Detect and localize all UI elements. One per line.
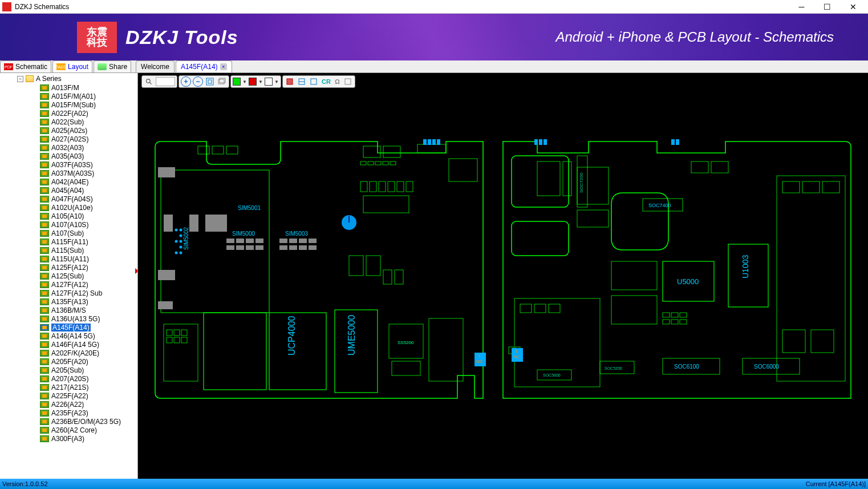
tree-item[interactable]: A107(Sub) xyxy=(0,229,137,237)
tree-item[interactable]: A145F(A14) xyxy=(0,323,137,332)
pads-icon: PADS xyxy=(56,63,66,70)
tree-item[interactable]: A027(A02S) xyxy=(0,135,137,143)
layers-button[interactable] xyxy=(217,76,227,87)
svg-rect-72 xyxy=(563,161,571,196)
tool-b-button[interactable] xyxy=(297,76,307,87)
tree-item[interactable]: A025(A02s) xyxy=(0,126,137,135)
tree-item[interactable]: A032(A03) xyxy=(0,143,137,152)
label-nc1: 1 xyxy=(478,353,481,358)
tree-item[interactable]: A022(Sub) xyxy=(0,118,137,126)
chip-icon xyxy=(40,375,49,382)
tree-item[interactable]: A226(A22) xyxy=(0,400,137,409)
tree-item[interactable]: A136U(A13 5G) xyxy=(0,314,137,323)
doc-tab[interactable]: Welcome xyxy=(136,60,175,72)
dropdown-icon[interactable]: ▼ xyxy=(258,79,263,84)
pcb-canvas[interactable]: SIM5001 SIM5002 SIM5000 SIM5003 UCP4000 … xyxy=(138,73,868,479)
chip-icon xyxy=(40,316,49,322)
svg-rect-31 xyxy=(279,245,287,250)
tree-item[interactable]: A022F(A02) xyxy=(0,109,137,118)
tree-scroll[interactable]: − A Series A013F/MA015F/M(A01)A015F/M(Su… xyxy=(0,73,137,479)
tree-item[interactable]: A042(A04E) xyxy=(0,177,137,186)
tree-item[interactable]: A202F/K(A20E) xyxy=(0,349,137,357)
tree-item[interactable]: A037F(A03S) xyxy=(0,160,137,169)
tree-item[interactable]: A146F(A14 5G) xyxy=(0,340,137,349)
cr-mode-button[interactable]: CR xyxy=(321,78,332,85)
tree-item[interactable]: A105(A10) xyxy=(0,212,137,220)
tree-root-node[interactable]: − A Series xyxy=(0,74,137,83)
tree-item[interactable]: A135F(A13) xyxy=(0,297,137,306)
chip-icon xyxy=(40,204,49,211)
svg-point-111 xyxy=(175,240,178,243)
chip-icon xyxy=(40,221,49,228)
chip-icon xyxy=(40,84,49,91)
tree-item[interactable]: A115U(A11) xyxy=(0,254,137,263)
tree-item[interactable]: A045(A04) xyxy=(0,186,137,195)
tree-item[interactable]: A107(A10S) xyxy=(0,220,137,229)
color-white[interactable] xyxy=(265,78,273,86)
dropdown-icon[interactable]: ▼ xyxy=(274,79,279,84)
tree-item[interactable]: A037M(A03S) xyxy=(0,169,137,177)
tab-share[interactable]: Share xyxy=(94,60,131,72)
tree-item[interactable]: A125(Sub) xyxy=(0,272,137,280)
zoom-out-button[interactable]: − xyxy=(193,76,203,87)
svg-rect-24 xyxy=(236,245,244,250)
chip-icon xyxy=(40,435,49,442)
chip-icon xyxy=(40,393,49,399)
tool-a-button[interactable] xyxy=(285,76,295,87)
svg-rect-6 xyxy=(287,79,293,84)
doc-tab[interactable]: A145F(A14)× xyxy=(176,60,232,72)
tree-item[interactable]: A125F(A12) xyxy=(0,263,137,272)
tool-d-button[interactable] xyxy=(343,76,353,87)
tab-layout[interactable]: PADS Layout xyxy=(52,60,92,72)
svg-rect-57 xyxy=(181,330,187,336)
status-version: Version:1.0.0.52 xyxy=(2,480,48,487)
fit-button[interactable] xyxy=(205,76,215,87)
tree-item[interactable]: A013F/M xyxy=(0,83,137,92)
svg-rect-36 xyxy=(212,146,224,154)
color-green[interactable] xyxy=(233,78,241,86)
zoom-in-button[interactable]: + xyxy=(181,76,191,87)
tree-item[interactable]: A127F(A12) Sub xyxy=(0,289,137,297)
minimize-button[interactable]: ─ xyxy=(789,1,814,13)
tree-item[interactable]: A115(Sub) xyxy=(0,246,137,254)
tree-item[interactable]: A015F/M(A01) xyxy=(0,92,137,100)
search-input[interactable] xyxy=(156,77,175,86)
close-tab-icon[interactable]: × xyxy=(220,63,227,70)
tree-item[interactable]: A260(A2 Core) xyxy=(0,426,137,434)
tree-item[interactable]: A235F(A23) xyxy=(0,409,137,417)
color-red[interactable] xyxy=(249,78,257,86)
pcb-viewer[interactable]: + − ▼ ▼ ▼ CR Ω xyxy=(138,73,868,479)
tree-item[interactable]: A127F(A12) xyxy=(0,280,137,289)
tree-item[interactable]: A217(A21S) xyxy=(0,383,137,391)
label-soc5200: SOC5200 xyxy=(605,366,622,370)
tree-item[interactable]: A300F(A3) xyxy=(0,434,137,443)
tree-item[interactable]: A136B/M/S xyxy=(0,306,137,314)
tree-item[interactable]: A115F(A11) xyxy=(0,237,137,246)
dropdown-icon[interactable]: ▼ xyxy=(242,79,247,84)
tree-item[interactable]: A236B/E/O/M(A23 5G) xyxy=(0,417,137,426)
tree-item[interactable]: A015F/M(Sub) xyxy=(0,100,137,109)
svg-rect-32 xyxy=(289,245,297,250)
tree-item[interactable]: A205F(A20) xyxy=(0,357,137,366)
tree-item[interactable]: A225F(A22) xyxy=(0,391,137,400)
tree-item[interactable]: A047F(A04S) xyxy=(0,195,137,203)
tool-c-button[interactable] xyxy=(309,76,319,87)
maximize-button[interactable]: ☐ xyxy=(814,1,840,13)
close-button[interactable]: ✕ xyxy=(840,1,866,13)
model-tree-sidebar: − A Series A013F/MA015F/M(A01)A015F/M(Su… xyxy=(0,73,138,479)
collapse-icon[interactable]: − xyxy=(17,76,23,82)
svg-rect-40 xyxy=(360,161,366,165)
tree-item[interactable]: A035(A03) xyxy=(0,152,137,160)
tree-item[interactable]: A205(Sub) xyxy=(0,366,137,374)
tree-item[interactable]: A146(A14 5G) xyxy=(0,332,137,340)
tree-item-label: A015F/M(A01) xyxy=(51,92,96,100)
label-ss5200: SS5200 xyxy=(398,340,414,345)
tree-item[interactable]: A102U(A10e) xyxy=(0,203,137,212)
ohm-mode-button[interactable]: Ω xyxy=(334,78,341,85)
tab-schematic[interactable]: PDF Schematic xyxy=(0,60,51,72)
svg-rect-115 xyxy=(432,139,436,145)
search-button[interactable] xyxy=(144,76,154,87)
chip-icon xyxy=(40,230,49,237)
app-icon xyxy=(2,2,11,11)
tree-item[interactable]: A207(A20S) xyxy=(0,374,137,383)
